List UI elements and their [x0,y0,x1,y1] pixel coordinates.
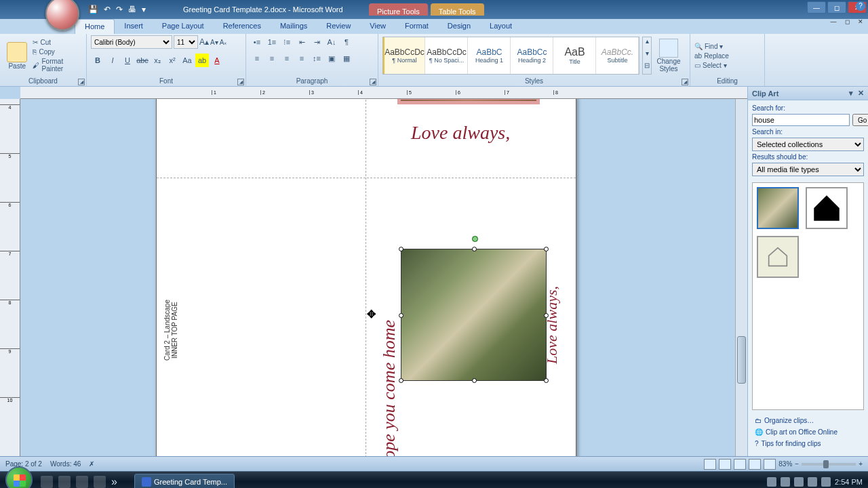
save-icon[interactable]: 💾 [88,5,98,14]
inserted-clipart-image[interactable] [401,249,547,381]
scrollbar-thumb[interactable] [737,336,746,384]
clear-formatting-icon[interactable]: Aₓ [220,39,227,46]
organize-clips-link[interactable]: 🗀Organize clips… [752,415,864,426]
multilevel-list-button[interactable]: ⁝≡ [280,35,294,49]
resize-handle-se[interactable] [544,378,549,383]
zoom-in-button[interactable]: + [859,460,863,468]
style-no-spacing[interactable]: AaBbCcDc¶ No Spaci... [426,37,468,74]
align-right-button[interactable]: ≡ [280,52,294,65]
gallery-down-icon[interactable]: ▾ [643,49,651,62]
paste-button[interactable]: Paste [4,36,30,75]
style-subtitle[interactable]: AaBbCc.Subtitle [597,37,639,74]
font-name-select[interactable]: Calibri (Body) [91,35,172,49]
shrink-font-icon[interactable]: A▾ [210,39,218,46]
borders-button[interactable]: ▦ [340,52,353,65]
quicklaunch-4[interactable] [94,476,106,488]
tray-icon-3[interactable] [794,477,804,487]
find-button[interactable]: 🔍Find ▾ [694,43,729,50]
page[interactable]: Love always, Card 2 – Landscape INNER TO… [156,99,576,456]
undo-icon[interactable]: ↶ [104,5,111,14]
tab-references[interactable]: References [214,19,271,34]
justify-button[interactable]: ≡ [295,52,309,65]
doc-close-button[interactable]: ✕ [854,17,867,26]
vertical-ruler[interactable]: 4567 8910 [0,99,20,456]
align-left-button[interactable]: ≡ [250,52,264,65]
format-painter-button[interactable]: 🖌Format Painter [33,58,82,73]
shading-button[interactable]: ▣ [325,52,338,65]
tab-home[interactable]: Home [75,19,115,34]
resize-handle-sw[interactable] [399,378,403,383]
gallery-more-icon[interactable]: ⊟ [643,62,651,74]
zoom-out-button[interactable]: − [795,460,799,468]
tab-layout[interactable]: Layout [480,19,521,34]
numbering-button[interactable]: 1≡ [265,35,279,49]
font-color-button[interactable]: A [210,54,224,67]
resize-handle-s[interactable] [472,378,477,383]
resize-handle-n[interactable] [472,247,477,251]
tab-design[interactable]: Design [438,19,480,34]
zoom-level[interactable]: 83% [778,460,792,468]
sort-button[interactable]: A↓ [325,35,338,49]
copy-button[interactable]: ⎘Copy [33,48,82,56]
clipart-online-link[interactable]: 🌐Clip art on Office Online [752,426,864,438]
doc-minimize-button[interactable]: — [827,17,840,26]
help-icon[interactable]: ? [856,1,865,11]
results-type-select[interactable]: All media file types [752,163,864,176]
align-center-button[interactable]: ≡ [265,52,279,65]
tray-network-icon[interactable] [808,477,817,487]
replace-button[interactable]: abReplace [694,52,729,60]
bullets-button[interactable]: •≡ [250,35,264,49]
zoom-slider-thumb[interactable] [823,460,829,468]
cut-button[interactable]: ✂Cut [33,39,82,46]
love-always-text[interactable]: Love always, [411,122,510,144]
decrease-indent-button[interactable]: ⇤ [295,35,309,49]
style-heading1[interactable]: AaBbCHeading 1 [469,37,511,74]
resize-handle-w[interactable] [399,313,403,318]
tab-review[interactable]: Review [317,19,360,34]
font-dialog-launcher[interactable]: ◢ [237,79,244,85]
tab-format[interactable]: Format [395,19,438,34]
style-heading2[interactable]: AaBbCcHeading 2 [511,37,553,74]
view-full-screen[interactable] [719,459,731,470]
tray-icon-2[interactable] [781,477,790,487]
italic-button[interactable]: I [106,54,119,67]
rotate-handle[interactable] [472,236,478,242]
select-button[interactable]: ▭Select ▾ [694,62,729,69]
styles-dialog-launcher[interactable]: ◢ [682,79,688,85]
strikethrough-button[interactable]: abc [136,54,149,67]
vertical-scrollbar[interactable] [735,99,747,456]
clipboard-dialog-launcher[interactable]: ◢ [78,79,85,85]
tab-page-layout[interactable]: Page Layout [153,19,214,34]
document-area[interactable]: 123 45678 4567 8910 Love always, Card 2 … [0,87,747,456]
print-icon[interactable]: 🖶 [128,5,136,14]
grow-font-icon[interactable]: A▴ [199,37,209,47]
quicklaunch-2[interactable] [58,476,71,488]
minimize-button[interactable]: — [807,1,826,14]
tab-view[interactable]: View [360,19,395,34]
pane-close-icon[interactable]: ✕ [858,89,864,97]
qat-more-icon[interactable]: ▾ [142,5,146,14]
style-normal[interactable]: AaBbCcDc¶ Normal [383,37,425,74]
quicklaunch-3[interactable] [76,476,88,488]
change-styles-button[interactable]: Change Styles [654,36,683,75]
line-spacing-button[interactable]: ↕≡ [310,52,323,65]
underline-button[interactable]: U [121,54,134,67]
tab-mailings[interactable]: Mailings [271,19,317,34]
proofing-icon[interactable]: ✗ [89,460,94,468]
zoom-slider[interactable] [802,463,856,466]
search-in-select[interactable]: Selected collections [752,138,864,151]
clipart-result-3[interactable] [757,236,799,278]
word-count[interactable]: Words: 46 [50,460,81,468]
horizontal-ruler[interactable]: 123 45678 [20,87,747,99]
clipart-result-2[interactable] [806,187,848,229]
top-clipart-image[interactable] [397,99,540,104]
doc-restore-button[interactable]: ◻ [841,17,853,26]
show-marks-button[interactable]: ¶ [340,35,353,49]
highlight-button[interactable]: ab [195,54,209,67]
tray-icon-1[interactable] [767,477,776,487]
style-title[interactable]: AaBTitle [554,37,596,74]
paragraph-dialog-launcher[interactable]: ◢ [370,79,376,85]
resize-handle-e[interactable] [544,313,549,318]
quicklaunch-more[interactable]: » [111,476,123,488]
view-draft[interactable] [764,459,776,470]
